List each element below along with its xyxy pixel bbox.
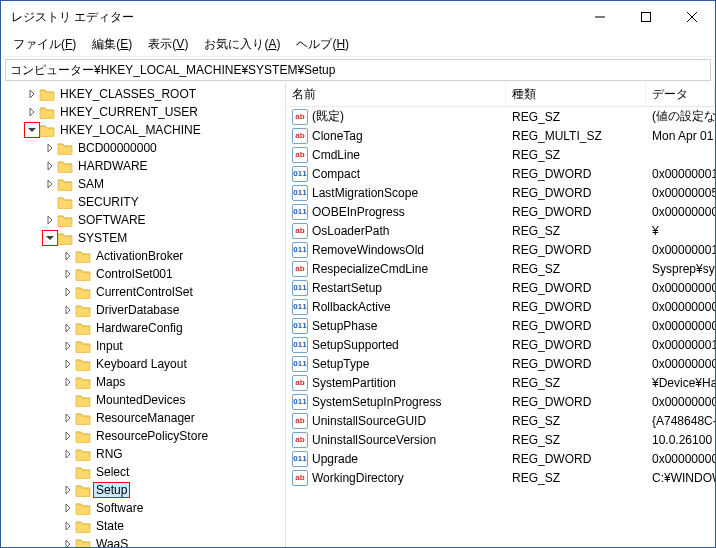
value-row[interactable]: 011UpgradeREG_DWORD0x00000000 (0) <box>286 449 715 468</box>
tree-node[interactable]: HardwareConfig <box>1 319 285 337</box>
tree-node[interactable]: Select <box>1 463 285 481</box>
menu-file[interactable]: ファイル(F) <box>5 34 84 55</box>
value-row[interactable]: ab(既定)REG_SZ(値の設定なし) <box>286 107 715 126</box>
chevron-right-icon[interactable] <box>61 285 75 299</box>
menu-edit[interactable]: 編集(E) <box>84 34 140 55</box>
tree-node-label[interactable]: WaaS <box>94 537 130 547</box>
tree-node[interactable]: BCD00000000 <box>1 139 285 157</box>
tree-node-label[interactable]: HKEY_CLASSES_ROOT <box>58 87 198 101</box>
chevron-right-icon[interactable] <box>61 447 75 461</box>
value-row[interactable]: abWorkingDirectoryREG_SZC:¥WINDOWS¥ <box>286 468 715 487</box>
tree-node[interactable]: MountedDevices <box>1 391 285 409</box>
tree-node-label[interactable]: ControlSet001 <box>94 267 175 281</box>
tree-node[interactable]: HKEY_LOCAL_MACHINE <box>1 121 285 139</box>
col-type-header[interactable]: 種類 <box>506 83 646 107</box>
value-row[interactable]: abRespecializeCmdLineREG_SZSysprep¥syspr… <box>286 259 715 278</box>
chevron-right-icon[interactable] <box>61 519 75 533</box>
tree-panel[interactable]: HKEY_CLASSES_ROOTHKEY_CURRENT_USERHKEY_L… <box>1 83 286 547</box>
close-button[interactable] <box>669 1 715 33</box>
value-row[interactable]: abCmdLineREG_SZ <box>286 145 715 164</box>
tree-node-label[interactable]: HKEY_CURRENT_USER <box>58 105 200 119</box>
tree-node[interactable]: HARDWARE <box>1 157 285 175</box>
tree-node-label[interactable]: HardwareConfig <box>94 321 185 335</box>
tree-node-label[interactable]: DriverDatabase <box>94 303 181 317</box>
chevron-right-icon[interactable] <box>61 249 75 263</box>
maximize-button[interactable] <box>623 1 669 33</box>
tree-node[interactable]: Software <box>1 499 285 517</box>
tree-node[interactable]: Maps <box>1 373 285 391</box>
chevron-right-icon[interactable] <box>61 375 75 389</box>
tree-node-label[interactable]: SECURITY <box>76 195 141 209</box>
chevron-right-icon[interactable] <box>43 213 57 227</box>
address-bar[interactable]: コンピューター¥HKEY_LOCAL_MACHINE¥SYSTEM¥Setup <box>5 59 711 81</box>
chevron-right-icon[interactable] <box>61 303 75 317</box>
chevron-right-icon[interactable] <box>61 357 75 371</box>
tree-node[interactable]: ResourceManager <box>1 409 285 427</box>
chevron-right-icon[interactable] <box>43 177 57 191</box>
chevron-right-icon[interactable] <box>25 105 39 119</box>
value-row[interactable]: abSystemPartitionREG_SZ¥Device¥Hardd <box>286 373 715 392</box>
tree-node-label[interactable]: ResourceManager <box>94 411 197 425</box>
minimize-button[interactable] <box>577 1 623 33</box>
tree-node-label[interactable]: CurrentControlSet <box>94 285 195 299</box>
value-row[interactable]: 011OOBEInProgressREG_DWORD0x00000000 (0) <box>286 202 715 221</box>
tree-node-label[interactable]: RNG <box>94 447 125 461</box>
tree-node-label[interactable]: HARDWARE <box>76 159 150 173</box>
chevron-down-icon[interactable] <box>43 231 57 245</box>
col-data-header[interactable]: データ <box>646 83 715 107</box>
tree-node-label[interactable]: Setup <box>94 483 129 497</box>
chevron-down-icon[interactable] <box>25 123 39 137</box>
tree-node-label[interactable]: BCD00000000 <box>76 141 159 155</box>
tree-node-label[interactable]: State <box>94 519 126 533</box>
value-row[interactable]: abUninstallSourceGUIDREG_SZ{A748648C-808 <box>286 411 715 430</box>
value-row[interactable]: 011SetupTypeREG_DWORD0x00000000 (0) <box>286 354 715 373</box>
value-row[interactable]: 011SetupSupportedREG_DWORD0x00000001 (1) <box>286 335 715 354</box>
tree-node[interactable]: ResourcePolicyStore <box>1 427 285 445</box>
value-row[interactable]: abUninstallSourceVersionREG_SZ10.0.26100 <box>286 430 715 449</box>
tree-node[interactable]: DriverDatabase <box>1 301 285 319</box>
tree-node[interactable]: Setup <box>1 481 285 499</box>
tree-node[interactable]: Keyboard Layout <box>1 355 285 373</box>
chevron-right-icon[interactable] <box>61 339 75 353</box>
tree-node[interactable]: RNG <box>1 445 285 463</box>
chevron-right-icon[interactable] <box>43 141 57 155</box>
value-row[interactable]: abOsLoaderPathREG_SZ¥ <box>286 221 715 240</box>
tree-node[interactable]: ControlSet001 <box>1 265 285 283</box>
tree-node-label[interactable]: Software <box>94 501 145 515</box>
tree-node-label[interactable]: Select <box>94 465 131 479</box>
chevron-right-icon[interactable] <box>61 267 75 281</box>
menu-view[interactable]: 表示(V) <box>140 34 196 55</box>
tree-node-label[interactable]: Input <box>94 339 125 353</box>
tree-node[interactable]: HKEY_CLASSES_ROOT <box>1 85 285 103</box>
chevron-right-icon[interactable] <box>61 321 75 335</box>
values-panel[interactable]: 名前 種類 データ ab(既定)REG_SZ(値の設定なし)abCloneTag… <box>286 83 715 547</box>
tree-node[interactable]: ActivationBroker <box>1 247 285 265</box>
chevron-right-icon[interactable] <box>61 483 75 497</box>
value-row[interactable]: 011SetupPhaseREG_DWORD0x00000000 (0) <box>286 316 715 335</box>
col-name-header[interactable]: 名前 <box>286 83 506 107</box>
chevron-right-icon[interactable] <box>25 87 39 101</box>
tree-node[interactable]: SAM <box>1 175 285 193</box>
value-row[interactable]: 011RestartSetupREG_DWORD0x00000000 (0) <box>286 278 715 297</box>
chevron-right-icon[interactable] <box>43 159 57 173</box>
tree-node[interactable]: SECURITY <box>1 193 285 211</box>
chevron-right-icon[interactable] <box>61 537 75 547</box>
value-row[interactable]: 011CompactREG_DWORD0x00000001 (1) <box>286 164 715 183</box>
tree-node-label[interactable]: ActivationBroker <box>94 249 185 263</box>
tree-node[interactable]: SOFTWARE <box>1 211 285 229</box>
tree-node-label[interactable]: MountedDevices <box>94 393 187 407</box>
value-row[interactable]: abCloneTagREG_MULTI_SZMon Apr 01 07: <box>286 126 715 145</box>
value-row[interactable]: 011LastMigrationScopeREG_DWORD0x00000005… <box>286 183 715 202</box>
tree-node[interactable]: CurrentControlSet <box>1 283 285 301</box>
tree-node-label[interactable]: SAM <box>76 177 106 191</box>
tree-node-label[interactable]: ResourcePolicyStore <box>94 429 210 443</box>
chevron-right-icon[interactable] <box>61 501 75 515</box>
tree-node[interactable]: WaaS <box>1 535 285 547</box>
tree-node-label[interactable]: SYSTEM <box>76 231 129 245</box>
tree-node[interactable]: State <box>1 517 285 535</box>
tree-node-label[interactable]: HKEY_LOCAL_MACHINE <box>58 123 203 137</box>
tree-node[interactable]: SYSTEM <box>1 229 285 247</box>
tree-node[interactable]: HKEY_CURRENT_USER <box>1 103 285 121</box>
menu-favorites[interactable]: お気に入り(A) <box>196 34 288 55</box>
tree-node[interactable]: Input <box>1 337 285 355</box>
